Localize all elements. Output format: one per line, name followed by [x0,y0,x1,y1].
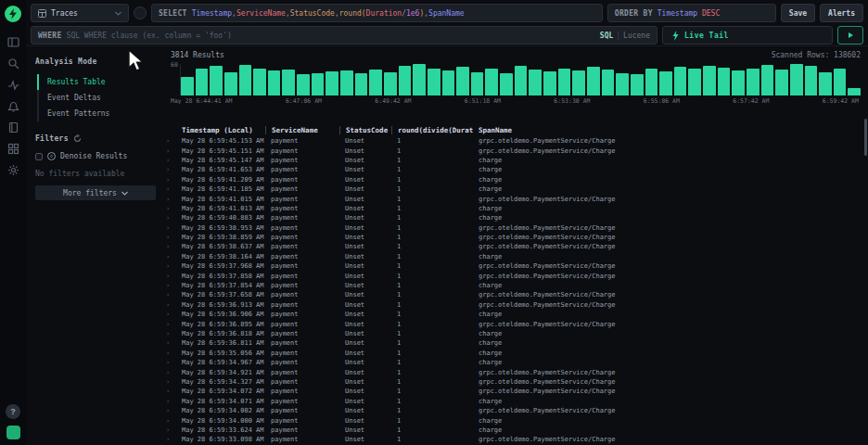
histogram-bar[interactable] [471,72,484,96]
lucene-toggle[interactable]: Lucene [623,32,650,40]
histogram-bar[interactable] [312,73,325,95]
histogram-bar[interactable] [805,66,818,95]
histogram-bar[interactable] [616,73,629,95]
live-tail-button[interactable]: Live Tail [662,26,833,44]
table-row[interactable]: May 28 6:59:34.072 AMpaymentUnset1grpc.o… [163,387,868,396]
histogram-bar[interactable] [181,77,194,95]
sidebar-item-results-table[interactable]: Results Table [37,74,156,90]
table-row[interactable]: May 28 6:59:41.185 AMpaymentUnset1charge [163,184,868,194]
column-header[interactable]: round(divide(Duration, [391,126,473,134]
histogram-bar[interactable] [326,71,338,95]
denoise-checkbox[interactable] [35,153,43,160]
table-row[interactable]: May 28 6:59:45.153 AMpaymentUnset1grpc.o… [163,136,868,146]
panels-icon[interactable] [6,35,19,48]
table-row[interactable]: May 28 6:59:40.883 AMpaymentUnset1charge [163,213,868,222]
histogram-bar[interactable] [645,69,658,95]
help-icon[interactable]: ? [6,404,20,419]
histogram-bar[interactable] [485,69,498,95]
histogram-bar[interactable] [355,73,368,95]
table-row[interactable]: May 28 6:59:33.098 AMpaymentUnset1grpc.o… [163,435,868,444]
histogram-bar[interactable] [456,67,469,95]
table-row[interactable]: May 28 6:59:34.002 AMpaymentUnset1grpc.o… [163,406,868,415]
histogram-bar[interactable] [848,88,861,95]
table-row[interactable]: May 28 6:59:38.953 AMpaymentUnset1grpc.o… [163,223,868,233]
table-row[interactable]: May 28 6:59:34.921 AMpaymentUnset1grpc.o… [163,367,868,376]
histogram-bar[interactable] [572,70,585,95]
histogram-bar[interactable] [297,74,310,95]
source-selector[interactable]: Traces [31,4,129,22]
histogram-bar[interactable] [834,69,847,95]
table-row[interactable]: May 28 6:59:37.968 AMpaymentUnset1grpc.o… [163,261,868,271]
table-row[interactable]: May 28 6:59:38.637 AMpaymentUnset1grpc.o… [163,242,868,251]
histogram-bar[interactable] [747,69,760,95]
table-row[interactable]: May 28 6:59:34.327 AMpaymentUnset1grpc.o… [163,377,868,387]
table-row[interactable]: May 28 6:59:41.209 AMpaymentUnset1charge [163,175,868,184]
histogram-bar[interactable] [790,64,803,95]
histogram-bar[interactable] [543,71,556,95]
refresh-icon[interactable] [73,134,82,143]
table-row[interactable]: May 28 6:59:37.658 AMpaymentUnset1grpc.o… [163,290,868,299]
table-row[interactable]: May 28 6:59:41.015 AMpaymentUnset1grpc.o… [163,194,868,203]
column-header[interactable]: ServiceName [265,126,339,134]
histogram-bar[interactable] [210,66,223,95]
sidebar-item-event-deltas[interactable]: Event Deltas [39,90,156,106]
sql-toggle[interactable]: SQL [600,32,613,40]
histogram-bar[interactable] [761,65,774,95]
table-row[interactable]: May 28 6:59:37.858 AMpaymentUnset1grpc.o… [163,271,868,280]
histogram-bar[interactable] [631,74,644,95]
grid-icon[interactable] [6,142,19,155]
histogram-bar[interactable] [674,67,687,95]
histogram-bar[interactable] [399,66,412,95]
histogram-bar[interactable] [775,70,788,95]
histogram-bar[interactable] [384,72,397,96]
denoise-results-option[interactable]: Denoise Results [35,152,156,160]
table-row[interactable]: May 28 6:59:45.151 AMpaymentUnset1grpc.o… [163,146,868,155]
run-query-button[interactable] [837,26,863,44]
histogram-bar[interactable] [587,67,600,95]
table-row[interactable]: May 28 6:59:34.000 AMpaymentUnset1charge [163,415,868,425]
histogram-bar[interactable] [659,71,672,95]
book-icon[interactable] [6,121,19,134]
histogram-bar[interactable] [500,73,513,95]
app-logo-icon[interactable] [5,6,21,22]
column-header[interactable]: SpanName [473,126,868,134]
more-filters-button[interactable]: More filters [35,185,156,200]
table-row[interactable]: May 28 6:59:38.164 AMpaymentUnset1charge [163,252,868,261]
table-row[interactable]: May 28 6:59:37.854 AMpaymentUnset1charge [163,281,868,290]
histogram-bar[interactable] [282,70,295,95]
table-row[interactable]: May 28 6:59:36.906 AMpaymentUnset1charge [163,310,868,319]
save-button[interactable]: Save [781,4,815,22]
orderby-input[interactable]: ORDER BY Timestamp DESC [607,4,776,22]
histogram-bar[interactable] [268,70,281,95]
histogram-bar[interactable] [369,70,382,95]
table-row[interactable]: May 28 6:59:34.071 AMpaymentUnset1charge [163,397,868,406]
table-row[interactable]: May 28 6:59:36.811 AMpaymentUnset1charge [163,338,868,348]
where-input[interactable]: WHERE SQL WHERE clause (ex. column = 'fo… [31,26,657,44]
gear-icon[interactable] [6,163,19,176]
histogram-bar[interactable] [558,69,571,95]
alerts-button[interactable]: Alerts [820,4,863,22]
table-row[interactable]: May 28 6:59:41.013 AMpaymentUnset1charge [163,204,868,213]
table-row[interactable]: May 28 6:59:33.624 AMpaymentUnset1charge [163,426,868,435]
histogram-bar[interactable] [703,66,716,95]
table-row[interactable]: May 28 6:59:36.818 AMpaymentUnset1charge [163,329,868,338]
histogram-bar[interactable] [688,69,701,95]
user-badge-icon[interactable] [6,426,20,439]
histogram-bar[interactable] [819,72,832,96]
sidebar-item-event-patterns[interactable]: Event Patterns [39,106,156,121]
histogram-bar[interactable] [239,65,252,95]
query-language-toggle[interactable]: SQL|Lucene [600,32,650,40]
histogram-bar[interactable] [428,69,440,95]
histogram-bar[interactable] [224,72,237,95]
table-row[interactable]: May 28 6:59:34.967 AMpaymentUnset1charge [163,358,868,367]
histogram-bar[interactable] [602,70,615,95]
column-header[interactable]: Timestamp (Local) [176,126,265,134]
select-query-input[interactable]: SELECT Timestamp,ServiceName,StatusCode,… [151,4,603,22]
vertical-scrollbar[interactable] [864,119,867,156]
histogram-bar[interactable] [515,66,528,95]
bell-icon[interactable] [6,99,19,112]
table-row[interactable]: May 28 6:59:35.056 AMpaymentUnset1charge [163,349,868,358]
table-row[interactable]: May 28 6:59:41.653 AMpaymentUnset1charge [163,165,868,174]
table-row[interactable]: May 28 6:59:38.859 AMpaymentUnset1grpc.o… [163,233,868,242]
histogram-bar[interactable] [718,68,731,95]
